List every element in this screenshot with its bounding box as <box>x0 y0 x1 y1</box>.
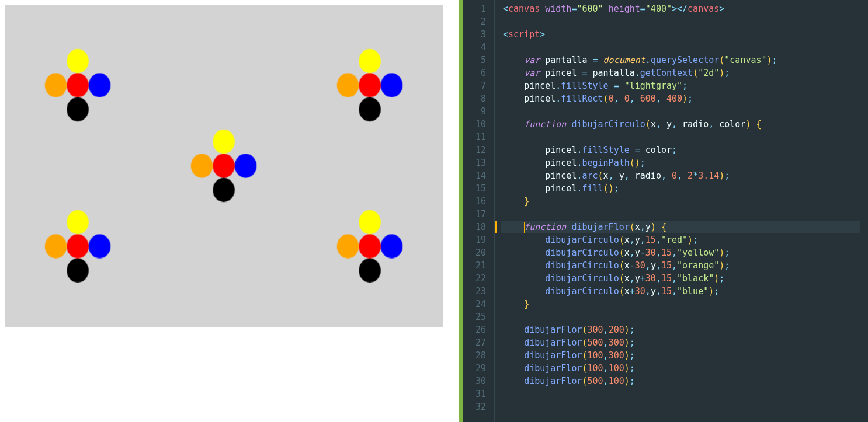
line-number[interactable]: 28 <box>463 349 486 362</box>
code-line[interactable]: <canvas width="600" height="400"></canva… <box>501 2 868 15</box>
code-line[interactable]: pincel.fillStyle = color; <box>501 144 868 156</box>
code-line[interactable]: } <box>501 298 868 311</box>
line-number[interactable]: 5 <box>463 54 486 67</box>
code-line[interactable] <box>501 41 868 54</box>
code-editor[interactable]: <canvas width="600" height="400"></canva… <box>495 0 868 422</box>
code-token: ) <box>624 325 630 335</box>
line-number[interactable]: 20 <box>463 246 486 259</box>
code-line[interactable]: function dibujarFlor(x,y) { <box>501 221 868 233</box>
code-line[interactable] <box>501 400 868 413</box>
code-line[interactable]: pincel.fillStyle = "lightgray"; <box>501 79 868 92</box>
code-line[interactable]: pincel.fillRect(0, 0, 600, 400); <box>501 92 868 105</box>
code-token: 300 <box>588 325 603 335</box>
line-number-gutter[interactable]: 1234567891011121314151617181920212223242… <box>463 0 495 422</box>
line-number[interactable]: 21 <box>463 259 486 272</box>
code-token <box>503 68 524 78</box>
line-number[interactable]: 24 <box>463 298 486 311</box>
code-token: , <box>603 350 609 361</box>
code-line[interactable]: dibujarCirculo(x,y-30,15,"yellow"); <box>501 246 868 259</box>
code-token: y <box>619 170 624 181</box>
code-line[interactable]: function dibujarCirculo(x, y, radio, col… <box>501 118 868 131</box>
line-number[interactable]: 1 <box>463 2 486 15</box>
code-line[interactable]: <script> <box>501 28 868 41</box>
code-line[interactable]: dibujarFlor(100,100); <box>501 362 868 375</box>
code-token: 15 <box>661 286 672 297</box>
line-number[interactable]: 32 <box>463 400 486 413</box>
code-line[interactable]: dibujarFlor(300,200); <box>501 323 868 336</box>
line-number[interactable]: 12 <box>463 144 486 156</box>
code-line[interactable] <box>501 388 868 400</box>
code-token: beginPath <box>582 158 629 168</box>
code-line[interactable]: } <box>501 195 868 208</box>
code-line[interactable] <box>501 131 868 144</box>
code-token <box>656 222 661 232</box>
line-number[interactable]: 3 <box>463 28 486 41</box>
code-line[interactable]: var pincel = pantalla.getContext("2d"); <box>501 67 868 79</box>
code-token: = <box>593 55 598 65</box>
code-token: ( <box>582 350 587 361</box>
code-token: , <box>656 119 666 130</box>
line-number[interactable]: 10 <box>463 118 486 131</box>
code-token: ( <box>598 170 603 181</box>
code-line[interactable]: var pantalla = document.querySelector("c… <box>501 54 868 67</box>
code-token: + <box>640 273 645 284</box>
line-number[interactable]: 8 <box>463 92 486 105</box>
line-number[interactable]: 18 <box>463 221 486 233</box>
code-token: < <box>503 29 508 40</box>
code-token: ( <box>630 158 635 168</box>
code-line[interactable] <box>501 15 868 28</box>
code-line[interactable]: dibujarFlor(500,300); <box>501 336 868 349</box>
line-number[interactable]: 17 <box>463 208 486 221</box>
code-token: , <box>672 247 677 258</box>
canvas-container <box>5 5 443 327</box>
code-line[interactable]: pincel.beginPath(); <box>501 156 868 169</box>
code-line[interactable]: pincel.fill(); <box>501 182 868 195</box>
code-line[interactable] <box>501 105 868 118</box>
line-number[interactable]: 30 <box>463 375 486 388</box>
line-number[interactable]: 11 <box>463 131 486 144</box>
code-token: ; <box>724 170 730 181</box>
code-line[interactable]: dibujarCirculo(x,y,15,"red"); <box>501 233 868 246</box>
line-number[interactable]: 25 <box>463 311 486 323</box>
code-token: 2 <box>688 170 693 181</box>
code-token: ) <box>635 158 640 168</box>
code-token: dibujarFlor <box>524 325 582 335</box>
line-number[interactable]: 22 <box>463 272 486 285</box>
code-token: - <box>640 247 645 258</box>
code-line[interactable] <box>501 311 868 323</box>
vertical-scrollbar[interactable] <box>860 0 868 422</box>
code-line[interactable]: dibujarFlor(500,100); <box>501 375 868 388</box>
line-number[interactable]: 29 <box>463 362 486 375</box>
code-token: width <box>545 4 571 14</box>
code-line[interactable]: dibujarFlor(100,300); <box>501 349 868 362</box>
line-number[interactable]: 26 <box>463 323 486 336</box>
code-line[interactable] <box>501 208 868 221</box>
line-number[interactable]: 15 <box>463 182 486 195</box>
line-number[interactable]: 27 <box>463 336 486 349</box>
code-token: = <box>614 81 619 91</box>
code-line[interactable]: pincel.arc(x, y, radio, 0, 2*3.14); <box>501 169 868 182</box>
line-number[interactable]: 31 <box>463 388 486 400</box>
code-token: . <box>645 55 651 65</box>
line-number[interactable]: 23 <box>463 285 486 298</box>
line-number[interactable]: 14 <box>463 169 486 182</box>
line-number[interactable]: 13 <box>463 156 486 169</box>
line-number[interactable]: 6 <box>463 67 486 79</box>
code-token: ( <box>619 286 624 297</box>
line-number[interactable]: 16 <box>463 195 486 208</box>
code-token: , <box>630 235 635 245</box>
line-number[interactable]: 9 <box>463 105 486 118</box>
line-number[interactable]: 4 <box>463 41 486 54</box>
code-token: dibujarFlor <box>524 363 582 374</box>
code-token <box>619 81 624 91</box>
code-token: dibujarCirculo <box>571 119 645 130</box>
code-line[interactable]: dibujarCirculo(x+30,y,15,"blue"); <box>501 285 868 298</box>
code-line[interactable]: dibujarCirculo(x-30,y,15,"orange"); <box>501 259 868 272</box>
code-line[interactable]: dibujarCirculo(x,y+30,15,"black"); <box>501 272 868 285</box>
line-number[interactable]: 2 <box>463 15 486 28</box>
line-number[interactable]: 7 <box>463 79 486 92</box>
code-token: , <box>603 325 609 335</box>
line-number[interactable]: 19 <box>463 233 486 246</box>
code-token <box>609 81 614 91</box>
code-token: . <box>555 93 561 104</box>
